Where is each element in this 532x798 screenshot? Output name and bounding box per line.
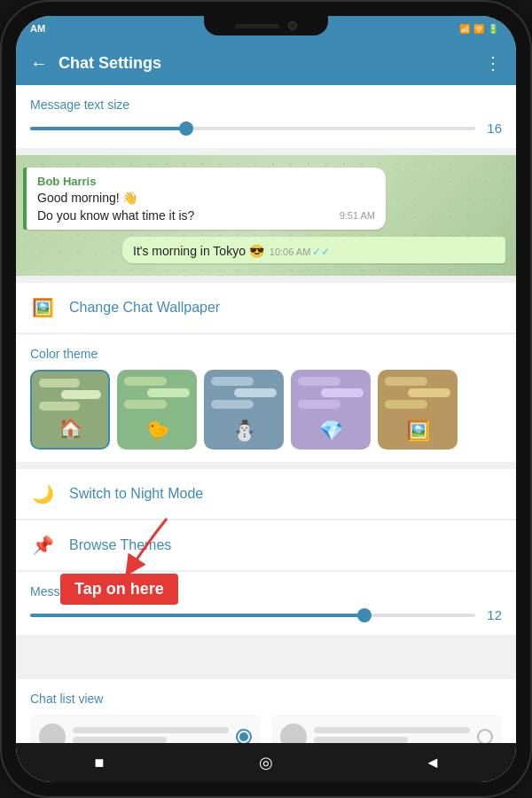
theme-bubble-r1 <box>61 390 102 399</box>
sent-meta: 10:06 AM ✓✓ <box>270 246 330 258</box>
sent-text: It's morning in Tokyo 😎 <box>133 244 264 258</box>
status-icons: 📶 🛜 🔋 <box>459 24 498 34</box>
theme-bubble-3l1 <box>211 377 254 386</box>
signal-icon: 📶 <box>459 24 470 34</box>
browse-themes-icon: 📌 <box>30 533 55 558</box>
notch <box>204 16 328 35</box>
clv-line-2b <box>314 737 408 743</box>
clv-avatar-1 <box>39 724 66 743</box>
theme-emoji-2: 🐤 <box>145 419 169 442</box>
clv-line-1b <box>73 737 167 743</box>
theme-card-4[interactable]: 💎 <box>291 370 371 450</box>
sent-bubble: It's morning in Tokyo 😎 10:06 AM ✓✓ <box>122 237 505 263</box>
night-mode-item[interactable]: 🌙 Switch to Night Mode <box>16 469 516 520</box>
theme-bubble-4r1 <box>321 388 364 397</box>
chat-list-view-section: Chat list view <box>16 679 516 743</box>
clv-line-1a <box>73 727 229 733</box>
theme-emoji-1: 🏠 <box>59 418 82 441</box>
settings-content: Message text size 16 Bob Harris Good mor… <box>16 85 516 743</box>
message-corners-fill <box>30 614 364 617</box>
theme-bubbles-5 <box>385 377 450 409</box>
chat-list-options <box>30 715 502 743</box>
wallpaper-icon: 🖼️ <box>30 295 55 320</box>
wallpaper-item[interactable]: 🖼️ Change Chat Wallpaper <box>16 283 516 333</box>
message-size-section: Message text size 16 <box>16 85 516 148</box>
theme-emoji-5: 🖼️ <box>406 419 430 442</box>
message-size-slider-row: 16 <box>30 121 502 136</box>
theme-card-1[interactable]: 🏠 <box>30 370 110 450</box>
message-corners-section: Message corners 12 <box>16 572 516 635</box>
clv-line-2a <box>314 727 470 733</box>
theme-bubble-3r1 <box>234 388 277 397</box>
message-size-thumb[interactable] <box>179 121 193 136</box>
clv-lines-2 <box>314 727 470 743</box>
theme-card-5[interactable]: 🖼️ <box>378 370 458 450</box>
theme-bubble-5l2 <box>385 400 427 409</box>
bottom-nav: ■ ◎ ◄ <box>16 743 516 782</box>
message-corners-value: 12 <box>484 607 502 622</box>
message-corners-thumb[interactable] <box>357 608 372 622</box>
message-corners-slider-row: 12 <box>30 607 502 622</box>
nav-home-button[interactable]: ◎ <box>248 745 284 780</box>
theme-bubble-2r1 <box>147 388 190 397</box>
back-button[interactable]: ← <box>30 53 48 74</box>
clv-avatar-2 <box>280 724 307 743</box>
wallpaper-label: Change Chat Wallpaper <box>69 300 220 316</box>
themes-row: 🏠 🐤 <box>30 370 502 450</box>
theme-bubbles-2 <box>124 377 190 409</box>
theme-bubble-l1 <box>39 379 80 387</box>
received-text-line2: Do you know what time it is? 9:51 AM <box>37 207 375 225</box>
battery-icon: 🔋 <box>488 24 498 34</box>
clv-radio-1[interactable] <box>236 729 252 743</box>
message-size-track[interactable] <box>30 127 475 130</box>
theme-bubble-l2 <box>39 402 80 411</box>
theme-emoji-3: ⛄ <box>232 419 256 442</box>
night-mode-icon: 🌙 <box>30 481 55 506</box>
theme-bubble-5l1 <box>385 377 427 386</box>
nav-square-button[interactable]: ■ <box>82 745 117 780</box>
received-bubble: Bob Harris Good morning! 👋 Do you know w… <box>27 168 386 230</box>
theme-card-3[interactable]: ⛄ <box>204 370 284 450</box>
chat-list-view-label: Chat list view <box>30 692 502 706</box>
color-theme-section: Color theme 🏠 <box>16 334 516 462</box>
theme-card-2[interactable]: 🐤 <box>117 370 197 450</box>
theme-emoji-4: 💎 <box>319 419 343 442</box>
more-options-button[interactable]: ⋮ <box>484 52 502 74</box>
phone-frame: AM 📶 🛜 🔋 ← Chat Settings ⋮ Message text … <box>0 0 532 798</box>
message-corners-label: Message corners <box>30 584 502 598</box>
browse-themes-item[interactable]: 📌 Browse Themes <box>16 520 516 571</box>
night-mode-label: Switch to Night Mode <box>69 486 203 502</box>
clv-radio-inner-1 <box>239 732 248 741</box>
theme-bubble-2l1 <box>124 377 167 386</box>
theme-bubble-2l2 <box>124 400 167 409</box>
phone-screen: AM 📶 🛜 🔋 ← Chat Settings ⋮ Message text … <box>16 16 516 782</box>
chat-list-option-2[interactable] <box>271 715 502 743</box>
sent-time: 10:06 AM <box>270 246 310 257</box>
notch-camera <box>288 21 297 30</box>
wifi-icon: 🛜 <box>473 24 484 34</box>
theme-bubble-3l2 <box>211 400 254 409</box>
message-size-value: 16 <box>484 121 502 136</box>
chat-list-option-1[interactable] <box>30 715 261 743</box>
theme-bubbles-1 <box>39 379 101 411</box>
status-time: AM <box>30 23 45 34</box>
page-title: Chat Settings <box>59 54 473 73</box>
sender-name: Bob Harris <box>37 175 375 188</box>
received-time: 9:51 AM <box>340 209 375 223</box>
message-size-fill <box>30 127 186 130</box>
theme-bubbles-3 <box>211 377 277 409</box>
browse-themes-label: Browse Themes <box>69 537 171 553</box>
theme-bubble-4l1 <box>298 377 340 386</box>
app-bar: ← Chat Settings ⋮ <box>16 41 516 85</box>
clv-radio-2[interactable] <box>477 729 493 743</box>
received-text-line1: Good morning! 👋 <box>37 190 375 207</box>
message-size-label: Message text size <box>30 98 502 112</box>
message-corners-track[interactable] <box>30 614 475 617</box>
double-check-icon: ✓✓ <box>312 246 330 258</box>
clv-lines-1 <box>73 727 229 743</box>
theme-bubble-5r1 <box>408 388 450 397</box>
nav-back-button[interactable]: ◄ <box>415 745 450 780</box>
notch-speaker <box>235 24 279 28</box>
chat-preview: Bob Harris Good morning! 👋 Do you know w… <box>16 155 516 276</box>
theme-bubbles-4 <box>298 377 364 409</box>
